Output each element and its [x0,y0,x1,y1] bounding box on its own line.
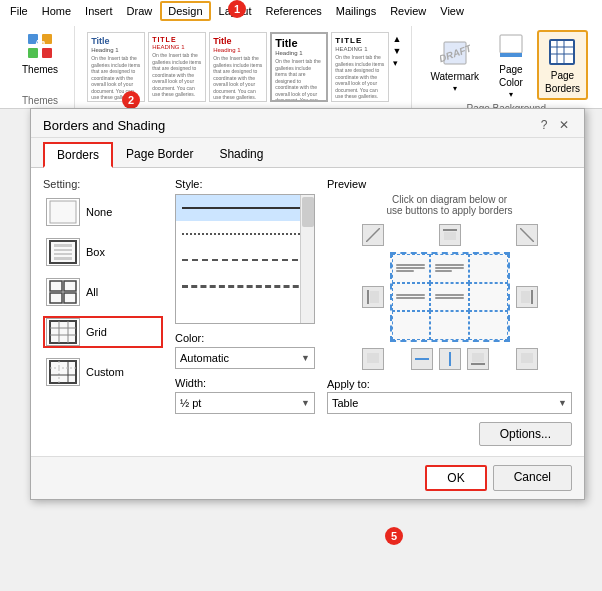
width-value: ½ pt [180,397,201,409]
options-section: Options... [327,422,572,446]
tab-shading[interactable]: Shading [206,142,276,168]
style-solid[interactable] [176,195,314,221]
preview-area [327,224,572,370]
color-section: Color: Automatic ▼ [175,332,315,369]
preview-btn-left-border[interactable] [362,286,384,308]
setting-all[interactable]: All [43,276,163,308]
setting-custom-icon [46,358,80,386]
watermark-button[interactable]: DRAFT Watermark ▾ [424,33,485,97]
preview-btn-bottomleft[interactable] [362,348,384,370]
preview-cell-9 [469,311,508,340]
preview-row-bottom [362,348,538,370]
menu-insert[interactable]: Insert [79,3,119,19]
preview-line [396,294,425,296]
preview-btn-right-border[interactable] [516,286,538,308]
style-solid-line [182,207,308,209]
color-select[interactable]: Automatic ▼ [175,347,315,369]
page-background-buttons: DRAFT Watermark ▾ Page [424,26,588,103]
svg-rect-51 [472,353,484,362]
preview-btn-topright-diag[interactable] [516,224,538,246]
svg-rect-29 [50,361,76,383]
format-more[interactable]: ▾ [393,58,402,68]
style-panel: Style: [175,178,315,446]
dialog-controls: ? ✕ [536,117,572,133]
preview-btn-bottom-border[interactable] [467,348,489,370]
preview-line [435,297,464,299]
preview-line [435,270,453,272]
setting-box[interactable]: Box [43,236,163,268]
preview-btn-vert-center[interactable] [439,348,461,370]
preview-cell-7 [392,311,431,340]
themes-group: Aa Themes Themes [6,26,75,108]
dialog-close-button[interactable]: ✕ [556,117,572,133]
style-dash-dot[interactable] [176,273,314,299]
style-listbox[interactable] [175,194,315,324]
menu-home[interactable]: Home [36,3,77,19]
menu-file[interactable]: File [4,3,34,19]
format-scroll-up[interactable]: ▲ [393,34,402,44]
width-select[interactable]: ½ pt ▼ [175,392,315,414]
borders-shading-dialog: Borders and Shading ? ✕ Borders Page Bor… [30,108,585,500]
preview-row-middle [362,252,538,342]
svg-rect-3 [42,48,52,58]
page-color-button[interactable]: Page Color ▾ [489,26,533,103]
page-background-group: DRAFT Watermark ▾ Page [416,26,596,108]
format-card-3[interactable]: Title Heading 1 On the Insert tab the ga… [209,32,267,102]
setting-grid-label: Grid [86,326,107,338]
preview-cell-text-5 [435,294,464,299]
svg-rect-52 [521,353,533,363]
page-borders-button[interactable]: Page Borders [537,30,588,100]
menu-mailings[interactable]: Mailings [330,3,382,19]
style-dotted[interactable] [176,221,314,247]
svg-rect-40 [370,291,379,303]
ribbon-content: Aa Themes Themes Title Heading 1 On the … [0,22,602,108]
svg-rect-49 [451,353,456,365]
tab-page-border[interactable]: Page Border [113,142,206,168]
preview-cell-text-1 [396,264,425,272]
preview-btn-bottomright[interactable] [516,348,538,370]
format-card-5[interactable]: TITLE HEADING 1 On the Insert tab the ga… [331,32,389,102]
apply-arrow: ▼ [558,398,567,408]
preview-top-border-area [390,224,510,246]
menu-view[interactable]: View [434,3,470,19]
svg-line-38 [520,228,534,242]
preview-line [435,294,464,296]
setting-all-label: All [86,286,98,298]
style-dashed-line [182,259,308,261]
menu-draw[interactable]: Draw [121,3,159,19]
page-borders-label: Page [551,70,574,81]
setting-box-icon [46,238,80,266]
setting-custom[interactable]: Custom [43,356,163,388]
format-card-4[interactable]: Title Heading 1 On the Insert tab the ga… [270,32,328,102]
menu-references[interactable]: References [260,3,328,19]
watermark-label: Watermark [430,71,479,82]
svg-rect-37 [444,232,456,240]
format-scroll-down[interactable]: ▼ [393,46,402,56]
options-button[interactable]: Options... [479,422,572,446]
cancel-button[interactable]: Cancel [493,465,572,491]
menu-design[interactable]: Design [160,1,210,21]
themes-button[interactable]: Aa Themes [14,26,66,79]
setting-none[interactable]: None [43,196,163,228]
format-card-1[interactable]: Title Heading 1 On the Insert tab the ga… [87,32,145,102]
preview-btn-horiz-center[interactable] [411,348,433,370]
dialog-title: Borders and Shading [43,118,165,133]
width-section: Width: ½ pt ▼ [175,377,315,414]
svg-rect-45 [416,353,428,358]
annotation-1: 1 [228,0,246,18]
svg-rect-19 [54,257,72,260]
ok-button[interactable]: OK [425,465,486,491]
dialog-help-button[interactable]: ? [536,117,552,133]
preview-btn-topleft-diag[interactable] [362,224,384,246]
setting-grid[interactable]: Grid [43,316,163,348]
menu-review[interactable]: Review [384,3,432,19]
preview-btn-top-border[interactable] [439,224,461,246]
apply-select[interactable]: Table ▼ [327,392,572,414]
tab-borders[interactable]: Borders [43,142,113,168]
format-card-2[interactable]: TITLE HEADING 1 On the Insert tab the ga… [148,32,206,102]
preview-table[interactable] [390,252,510,342]
color-arrow: ▼ [301,353,310,363]
style-scrollbar[interactable] [300,195,314,323]
style-dashed[interactable] [176,247,314,273]
preview-panel: Preview Click on diagram below oruse but… [327,178,572,446]
